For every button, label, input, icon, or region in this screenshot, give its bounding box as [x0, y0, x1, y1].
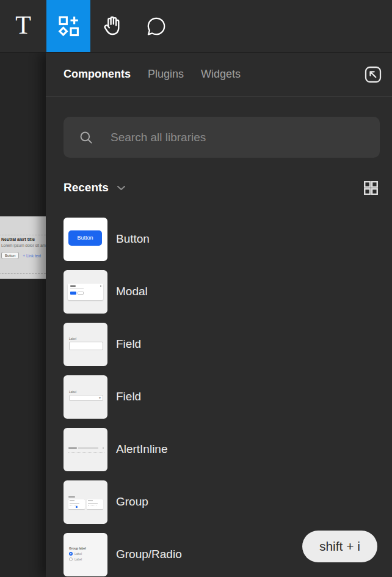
component-item-modal[interactable]: Modal — [64, 265, 380, 318]
shortcut-hint-label: shift + i — [319, 539, 360, 554]
insert-panel: Components Plugins Widgets — [46, 53, 392, 577]
search-box[interactable] — [64, 117, 380, 158]
comment-bubble-icon — [145, 15, 167, 37]
recents-row: Recents — [64, 176, 380, 199]
thumb-field-label: Label — [69, 337, 76, 340]
component-item-group[interactable]: Group — [64, 476, 380, 528]
panel-tabs: Components Plugins Widgets — [46, 53, 392, 97]
component-thumbnail: Button — [64, 218, 107, 261]
component-thumbnail — [64, 270, 107, 314]
chevron-down-icon — [117, 185, 126, 191]
canvas-alert-component[interactable]: Neutral alert title Lorem ipsum dolor si… — [0, 216, 46, 279]
components-list: Button Button Modal Label — [64, 213, 380, 577]
text-tool-button[interactable]: T — [0, 0, 46, 52]
tab-widgets[interactable]: Widgets — [201, 68, 241, 81]
assets-tool-icon — [56, 13, 81, 39]
component-label: Modal — [116, 285, 148, 298]
component-item-field-select[interactable]: Label ▾ Field — [64, 370, 380, 423]
tab-plugins[interactable]: Plugins — [148, 68, 184, 81]
thumb-field-input — [69, 342, 103, 350]
thumb-select-input: ▾ — [69, 395, 103, 401]
grid-view-button[interactable] — [362, 179, 380, 197]
radio-option-label: Label — [74, 557, 82, 561]
alert-link: + Link text — [23, 254, 41, 258]
thumb-radio-group-label: Group label — [69, 546, 86, 550]
pop-out-button[interactable] — [363, 64, 383, 85]
component-label: Field — [116, 337, 141, 351]
alert-button: Button — [1, 252, 19, 259]
component-item-button[interactable]: Button Button — [64, 213, 380, 265]
search-icon — [78, 130, 94, 145]
hand-tool-icon — [101, 15, 124, 38]
radio-option-label: Label — [74, 552, 82, 556]
hand-tool-button[interactable] — [90, 0, 134, 52]
radio-selected-icon — [69, 552, 73, 556]
component-label: Group — [116, 495, 148, 509]
component-item-alertinline[interactable]: AlertInline — [64, 423, 380, 476]
grid-view-icon — [362, 179, 380, 197]
recents-dropdown[interactable]: Recents — [64, 181, 126, 194]
figma-window: T Neutral alert — [0, 0, 392, 577]
toolbar: T — [0, 0, 392, 53]
text-tool-icon: T — [15, 12, 31, 38]
arrow-up-left-icon — [363, 65, 383, 84]
shortcut-hint: shift + i — [302, 531, 377, 562]
tab-components[interactable]: Components — [64, 68, 131, 81]
component-thumbnail: Label — [64, 323, 107, 366]
component-thumbnail: Group label Label Label — [64, 533, 107, 576]
component-label: Button — [116, 232, 150, 246]
component-label: Group/Radio — [116, 548, 182, 561]
search-input[interactable] — [111, 131, 369, 144]
assets-tool-button[interactable] — [46, 0, 90, 52]
canvas-area: Neutral alert title Lorem ipsum dolor si… — [0, 53, 46, 577]
comment-tool-button[interactable] — [134, 0, 178, 52]
component-label: AlertInline — [116, 443, 168, 456]
component-thumbnail: Label ▾ — [64, 375, 107, 419]
component-item-field[interactable]: Label Field — [64, 318, 380, 370]
thumb-modal-preview — [68, 284, 103, 300]
component-label: Field — [116, 390, 141, 403]
select-chevron-icon: ▾ — [99, 396, 101, 400]
alert-body: Lorem ipsum dolor sit amet consect — [1, 243, 46, 248]
recents-title: Recents — [64, 181, 109, 194]
alert-title: Neutral alert title — [1, 237, 46, 241]
component-thumbnail — [64, 480, 107, 524]
thumb-button-preview: Button — [68, 230, 102, 246]
component-thumbnail — [64, 428, 107, 471]
thumb-field-label: Label — [69, 390, 76, 394]
radio-unselected-icon — [69, 557, 73, 561]
